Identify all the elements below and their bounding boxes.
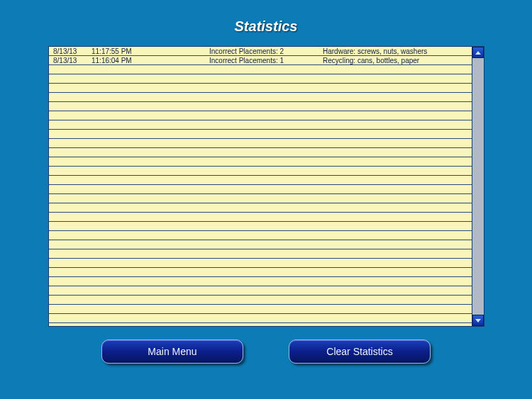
entry-time: 11:16:04 PM	[92, 56, 209, 65]
entry-date: 8/13/13	[53, 56, 92, 65]
entry-description: Hardware: screws, nuts, washers	[323, 47, 472, 56]
chevron-down-icon	[475, 319, 481, 322]
list-rows: 8/13/13 11:17:55 PM Incorrect Placements…	[49, 47, 472, 65]
entry-result: Incorrect Placements: 2	[209, 47, 323, 56]
clear-stats-button[interactable]: Clear Statistics	[289, 339, 431, 364]
scroll-down-button[interactable]	[472, 315, 484, 326]
list-viewport: 8/13/13 11:17:55 PM Incorrect Placements…	[49, 47, 472, 326]
entry-date: 8/13/13	[53, 47, 92, 56]
statistics-list: 8/13/13 11:17:55 PM Incorrect Placements…	[48, 46, 484, 327]
main-menu-button[interactable]: Main Menu	[101, 339, 243, 364]
button-bar: Main Menu Clear Statistics	[0, 339, 532, 364]
entry-result: Incorrect Placements: 1	[209, 56, 323, 65]
vertical-scrollbar[interactable]	[472, 47, 484, 326]
list-item: 8/13/13 11:17:55 PM Incorrect Placements…	[49, 47, 472, 56]
entry-description: Recycling: cans, bottles, paper	[323, 56, 472, 65]
page-title: Statistics	[0, 0, 532, 35]
chevron-up-icon	[475, 51, 481, 55]
entry-time: 11:17:55 PM	[92, 47, 209, 56]
ruled-lines	[49, 47, 472, 326]
list-item: 8/13/13 11:16:04 PM Incorrect Placements…	[49, 56, 472, 65]
scroll-up-button[interactable]	[472, 47, 484, 58]
